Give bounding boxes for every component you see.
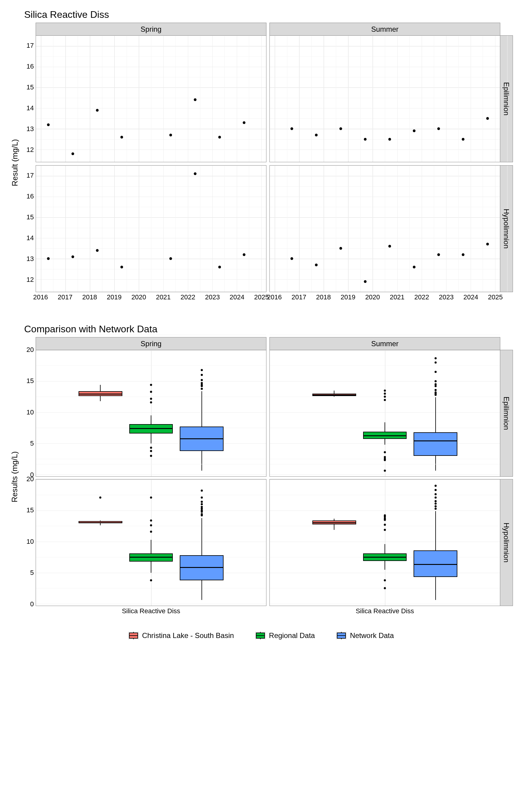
outlier-point <box>384 389 386 391</box>
outlier-point <box>201 388 203 390</box>
data-point <box>120 266 123 268</box>
outlier-point <box>435 371 437 373</box>
data-point <box>486 117 489 120</box>
legend-label: Regional Data <box>269 631 315 640</box>
outlier-point <box>435 489 437 491</box>
data-point <box>290 127 293 130</box>
data-point <box>71 255 74 258</box>
outlier-point <box>384 451 386 453</box>
outlier-point <box>201 382 203 384</box>
data-point <box>315 134 318 136</box>
data-point <box>169 257 172 260</box>
outlier-point <box>150 450 152 452</box>
outlier-point <box>150 447 152 449</box>
chart1-facet-grid: Result (mg/L) Spring Summer 121314151617… <box>9 23 513 302</box>
chart2-facet-grid: Results (mg/L) Spring Summer 05101520 Ep… <box>9 337 513 616</box>
outlier-point <box>99 496 101 499</box>
boxplot-box <box>180 427 223 451</box>
data-point <box>120 136 123 138</box>
outlier-point <box>384 399 386 401</box>
outlier-point <box>435 508 437 510</box>
legend-label: Christina Lake - South Basin <box>142 631 234 640</box>
outlier-point <box>201 496 203 499</box>
legend-key-icon <box>255 631 266 640</box>
data-point <box>47 257 49 260</box>
strip-epi: Epilimnion <box>500 35 513 162</box>
outlier-point <box>384 587 386 589</box>
strip-epi-text: Epilimnion <box>502 82 511 116</box>
outlier-point <box>384 579 386 581</box>
outlier-point <box>384 517 386 520</box>
outlier-point <box>435 383 437 385</box>
panel2-summer-hypo <box>269 479 500 606</box>
data-point <box>194 172 196 175</box>
chart1-xticks-summer: 2016201720182019202020212022202320242025 <box>269 292 500 302</box>
chart1-yticks-row1: 121314151617 <box>21 35 36 162</box>
chart2-xticks-spring: Silica Reactive Diss <box>36 606 266 616</box>
data-point <box>413 129 416 132</box>
strip2-summer: Summer <box>269 337 500 350</box>
outlier-point <box>435 496 437 499</box>
legend-label: Network Data <box>350 631 394 640</box>
outlier-point <box>384 524 386 526</box>
outlier-point <box>435 503 437 505</box>
strip2-spring: Spring <box>36 337 266 350</box>
panel2-spring-hypo <box>36 479 266 606</box>
outlier-point <box>384 396 386 398</box>
outlier-point <box>150 391 152 393</box>
legend-key-icon <box>128 631 139 640</box>
outlier-point <box>384 470 386 472</box>
boxplot-box <box>180 555 223 580</box>
boxplot-box <box>313 393 356 396</box>
chart1-title: Silica Reactive Diss <box>24 9 513 20</box>
data-point <box>218 266 221 268</box>
outlier-point <box>150 519 152 522</box>
data-point <box>315 263 318 266</box>
panel-summer-hypo <box>269 165 500 292</box>
data-point <box>486 243 489 246</box>
boxplot-box <box>129 424 173 433</box>
outlier-point <box>150 579 152 581</box>
outlier-point <box>201 374 203 376</box>
outlier-point <box>150 384 152 386</box>
chart2-title: Comparison with Network Data <box>24 324 513 335</box>
outlier-point <box>201 501 203 503</box>
strip-hypo: Hypolimnion <box>500 165 513 292</box>
data-point <box>413 266 416 268</box>
data-point <box>340 127 342 130</box>
outlier-point <box>384 514 386 516</box>
outlier-point <box>384 458 386 460</box>
boxplot-box <box>129 553 173 562</box>
outlier-point <box>435 385 437 387</box>
outlier-point <box>201 506 203 508</box>
outlier-point <box>150 398 152 400</box>
data-point <box>462 253 465 256</box>
panel2-summer-epi <box>269 350 500 477</box>
outlier-point <box>150 455 152 457</box>
panel-spring-epi <box>36 35 266 162</box>
outlier-point <box>435 493 437 495</box>
outlier-point <box>435 380 437 382</box>
data-point <box>364 280 367 283</box>
panel-spring-hypo <box>36 165 266 292</box>
outlier-point <box>435 500 437 502</box>
outlier-point <box>435 485 437 487</box>
boxplot-box <box>363 553 407 561</box>
panel2-spring-epi <box>36 350 266 477</box>
outlier-point <box>201 508 203 510</box>
data-point <box>388 245 391 248</box>
chart1-ylabel-text: Result (mg/L) <box>10 139 20 186</box>
boxplot-box <box>414 432 457 456</box>
legend: Christina Lake - South Basin Regional Da… <box>9 631 513 640</box>
strip2-epi: Epilimnion <box>500 350 513 477</box>
strip2-epi-text: Epilimnion <box>502 397 511 430</box>
data-point <box>462 138 465 140</box>
outlier-point <box>201 490 203 492</box>
data-point <box>290 257 293 260</box>
outlier-point <box>150 401 152 403</box>
data-point <box>340 247 342 250</box>
data-point <box>437 253 440 256</box>
strip-summer: Summer <box>269 23 500 35</box>
outlier-point <box>201 509 203 511</box>
legend-item-christina: Christina Lake - South Basin <box>128 631 234 640</box>
